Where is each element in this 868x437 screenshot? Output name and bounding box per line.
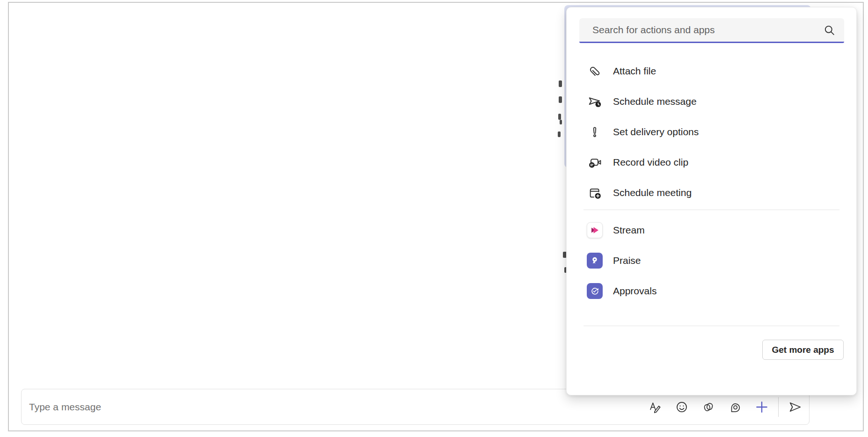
format-icon — [649, 401, 662, 414]
emoji-icon — [675, 401, 688, 414]
search-box — [579, 18, 844, 43]
approvals-app-icon — [587, 283, 603, 299]
menu-item-schedule-message[interactable]: Schedule message — [567, 86, 856, 117]
schedule-meeting-icon — [587, 185, 603, 201]
emoji-button[interactable] — [671, 397, 692, 417]
menu-item-label: Praise — [613, 255, 641, 266]
menu-item-app-approvals[interactable]: Approvals — [567, 276, 856, 306]
add-actions-button[interactable] — [751, 397, 772, 417]
occluded-text-fragment — [559, 96, 562, 103]
search-icon — [823, 24, 836, 36]
menu-item-label: Record video clip — [613, 157, 688, 168]
menu-item-label: Attach file — [613, 66, 656, 77]
toolbar-separator — [778, 397, 779, 417]
menu-item-label: Stream — [613, 225, 645, 236]
occluded-text-fragment — [558, 131, 561, 137]
get-more-apps-button[interactable]: Get more apps — [762, 340, 844, 360]
flyout-divider — [584, 210, 839, 210]
menu-item-label: Set delivery options — [613, 126, 699, 138]
record-video-clip-icon — [587, 154, 603, 170]
flyout-divider — [584, 326, 839, 326]
send-icon — [788, 400, 802, 414]
loop-icon — [729, 401, 742, 414]
actions-and-apps-flyout: Attach file Schedule message Set deliver… — [566, 7, 857, 395]
send-button[interactable] — [785, 397, 805, 417]
menu-item-app-stream[interactable]: Stream — [567, 215, 856, 245]
menu-item-set-delivery-options[interactable]: Set delivery options — [567, 117, 856, 147]
loop-button[interactable] — [725, 397, 745, 417]
teams-chat-window: Attach file Schedule message Set deliver… — [0, 0, 868, 437]
menu-item-app-praise[interactable]: Praise — [567, 245, 856, 276]
occluded-text-fragment — [560, 120, 562, 124]
menu-item-record-video-clip[interactable]: Record video clip — [567, 147, 856, 177]
copilot-icon — [702, 401, 715, 414]
menu-item-label: Schedule meeting — [613, 187, 692, 198]
occluded-text-fragment — [559, 80, 562, 87]
add-icon — [755, 400, 769, 414]
menu-item-attach-file[interactable]: Attach file — [567, 56, 856, 86]
menu-item-label: Schedule message — [613, 96, 697, 107]
search-input[interactable] — [592, 24, 823, 36]
copilot-button[interactable] — [698, 397, 719, 417]
menu-item-label: Approvals — [613, 285, 656, 297]
format-button[interactable] — [645, 397, 665, 417]
set-delivery-options-icon — [587, 124, 603, 140]
praise-app-icon — [587, 253, 603, 269]
schedule-message-icon — [587, 94, 603, 109]
occluded-text-fragment — [558, 114, 561, 120]
menu-item-schedule-meeting[interactable]: Schedule meeting — [567, 177, 856, 208]
stream-app-icon — [587, 222, 603, 238]
attach-file-icon — [587, 63, 603, 79]
message-input[interactable] — [29, 389, 450, 424]
